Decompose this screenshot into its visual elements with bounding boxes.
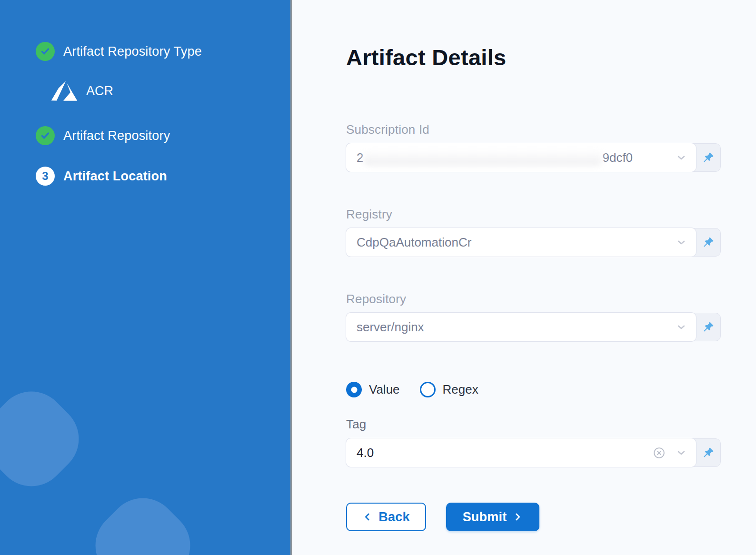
- wizard-step-artifact-location[interactable]: 3 Artifact Location: [36, 167, 167, 186]
- wizard-step-artifact-repository-type[interactable]: Artifact Repository Type: [36, 42, 202, 61]
- brand-watermark: [0, 377, 93, 501]
- tag-input[interactable]: 4.0: [346, 438, 696, 467]
- chevron-left-icon: [362, 512, 373, 522]
- back-button-label: Back: [378, 510, 409, 525]
- step-number-badge: 3: [36, 167, 55, 186]
- repository-value: server/nginx: [357, 320, 675, 335]
- tag-label: Tag: [346, 417, 367, 432]
- artifact-details-panel: Artifact Details Subscription Id 2 9dcf0…: [292, 0, 756, 555]
- chevron-down-icon[interactable]: [675, 446, 687, 459]
- registry-select[interactable]: CdpQaAutomationCr: [346, 228, 696, 257]
- step-label: Artifact Location: [63, 169, 167, 184]
- submit-button-label: Submit: [463, 510, 507, 525]
- radio-value-label: Value: [369, 382, 400, 397]
- radio-value[interactable]: [346, 382, 362, 397]
- pin-button[interactable]: [696, 144, 720, 171]
- radio-regex[interactable]: [420, 382, 436, 397]
- brand-watermark: [81, 484, 205, 555]
- pin-button[interactable]: [696, 439, 720, 466]
- wizard-sidebar: Artifact Repository Type ACR Artifact Re…: [0, 0, 290, 555]
- tag-value: 4.0: [357, 446, 653, 460]
- submit-button[interactable]: Submit: [446, 503, 539, 531]
- registry-field: CdpQaAutomationCr: [346, 228, 721, 257]
- repository-label: Repository: [346, 292, 406, 307]
- step-label: Artifact Repository Type: [63, 44, 202, 59]
- back-button[interactable]: Back: [346, 503, 426, 531]
- repository-select[interactable]: server/nginx: [346, 313, 696, 341]
- redacted-value: [364, 149, 602, 166]
- subscription-id-value: 2 9dcf0: [357, 149, 675, 166]
- tag-mode-radio-group: Value Regex: [346, 382, 478, 397]
- step-complete-icon: [36, 42, 55, 61]
- chevron-right-icon: [512, 512, 523, 522]
- pin-button[interactable]: [696, 228, 720, 256]
- subscription-id-field: 2 9dcf0: [346, 143, 721, 172]
- step-complete-icon: [36, 126, 55, 145]
- tag-field: 4.0: [346, 438, 721, 467]
- chevron-down-icon[interactable]: [675, 236, 687, 248]
- radio-regex-label: Regex: [443, 382, 478, 397]
- subscription-id-label: Subscription Id: [346, 122, 429, 137]
- chevron-down-icon[interactable]: [675, 151, 687, 164]
- step-label: Artifact Repository: [63, 129, 170, 143]
- pin-button[interactable]: [696, 313, 720, 341]
- acr-label: ACR: [86, 84, 113, 99]
- page-title: Artifact Details: [346, 44, 507, 70]
- azure-logo-icon: [49, 77, 80, 105]
- clear-icon[interactable]: [653, 446, 666, 459]
- brand-watermark: [0, 509, 6, 555]
- subscription-id-select[interactable]: 2 9dcf0: [346, 143, 696, 172]
- registry-value: CdpQaAutomationCr: [357, 235, 675, 250]
- chevron-down-icon[interactable]: [675, 321, 687, 333]
- repository-field: server/nginx: [346, 313, 721, 341]
- registry-label: Registry: [346, 207, 392, 222]
- wizard-step-artifact-repository[interactable]: Artifact Repository: [36, 126, 170, 145]
- sidebar-item-acr[interactable]: ACR: [49, 77, 113, 105]
